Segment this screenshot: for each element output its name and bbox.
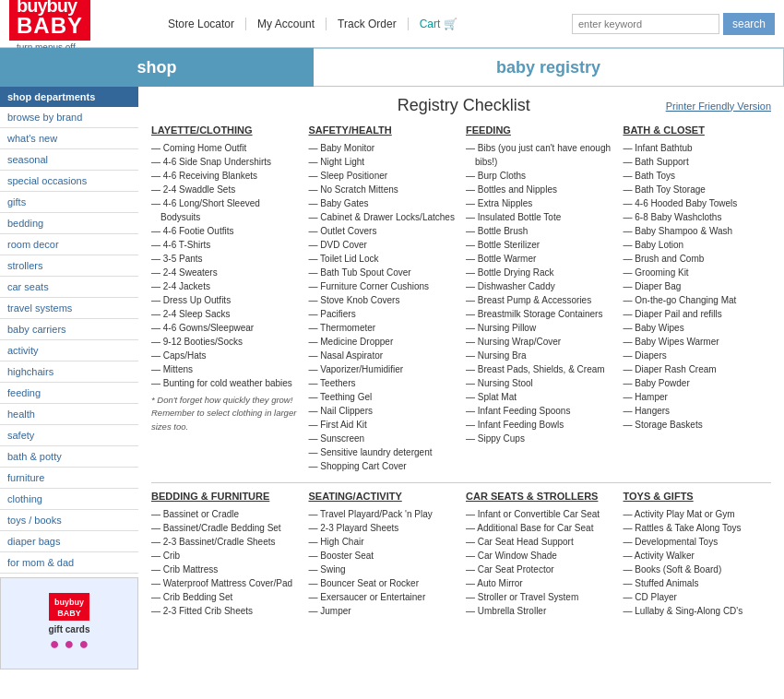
list-item: Breast Pads, Shields, & Cream xyxy=(466,362,614,376)
list-item: 2-3 Bassinet/Cradle Sheets xyxy=(151,535,300,549)
list-item: Baby Monitor xyxy=(309,141,457,155)
list-item: Crib Mattress xyxy=(151,563,300,576)
sidebar-item-diaper-bags[interactable]: diaper bags xyxy=(0,531,138,552)
search-button[interactable]: search xyxy=(723,13,775,35)
list-item: 2-4 Sweaters xyxy=(151,266,300,279)
list-item: Rattles & Take Along Toys xyxy=(624,521,772,535)
list-item: Outlet Covers xyxy=(309,224,457,238)
list-item: Baby Wipes Warmer xyxy=(624,335,772,349)
nav-cart[interactable]: Cart 🛒 xyxy=(409,18,469,30)
sidebar-item-bath-potty[interactable]: bath & potty xyxy=(0,446,138,468)
sidebar-item-health[interactable]: health xyxy=(0,404,138,425)
list-item: Bath Toys xyxy=(624,169,772,183)
sidebar-item-furniture[interactable]: furniture xyxy=(0,468,138,489)
list-item: Night Light xyxy=(309,155,457,169)
list-item: Sunscreen xyxy=(309,432,457,445)
list-item: Baby Gates xyxy=(309,196,457,210)
list-item: 4-6 T-Shirts xyxy=(151,238,300,252)
bath-items: Infant Bathtub Bath Support Bath Toys Ba… xyxy=(624,141,772,432)
sidebar-item-activity[interactable]: activity xyxy=(0,340,138,361)
nav-my-account[interactable]: My Account xyxy=(246,18,327,30)
list-item: CD Player xyxy=(624,590,772,604)
sidebar-item-car-seats[interactable]: car seats xyxy=(0,277,138,298)
sidebar-item-highchairs[interactable]: highchairs xyxy=(0,361,138,383)
gift-card-logo-text: buybuyBABY xyxy=(54,598,84,618)
bedding-items: Bassinet or Cradle Bassinet/Cradle Beddi… xyxy=(151,507,300,618)
nav-track-order[interactable]: Track Order xyxy=(327,18,409,30)
nav-store-locator[interactable]: Store Locator xyxy=(157,18,246,30)
list-item: Insulated Bottle Tote xyxy=(466,210,614,224)
list-item: Cabinet & Drawer Locks/Latches xyxy=(309,210,457,224)
col-header-feeding: FEEDING xyxy=(466,124,614,136)
sidebar-item-special-occasions[interactable]: special occasions xyxy=(0,171,138,192)
sidebar-item-clothing[interactable]: clothing xyxy=(0,489,138,510)
list-item: 4-6 Footie Outfits xyxy=(151,224,300,238)
col-seating: SEATING/ACTIVITY Travel Playard/Pack 'n … xyxy=(309,491,457,618)
sidebar-item-strollers[interactable]: strollers xyxy=(0,255,138,277)
list-item: Sleep Positioner xyxy=(309,169,457,183)
sidebar-item-browse-by-brand[interactable]: browse by brand xyxy=(0,107,138,128)
sidebar-item-gifts[interactable]: gifts xyxy=(0,192,138,213)
sidebar-header: shop departments xyxy=(0,87,138,107)
col-header-safety: SAFETY/HEALTH xyxy=(309,124,457,136)
sidebar-item-safety[interactable]: safety xyxy=(0,425,138,446)
list-item: Stove Knob Covers xyxy=(309,293,457,307)
sidebar: shop departments browse by brand what's … xyxy=(0,87,138,669)
printer-friendly-link[interactable]: Printer Friendly Version xyxy=(666,101,771,112)
sidebar-item-travel-systems[interactable]: travel systems xyxy=(0,298,138,319)
list-item: Developmental Toys xyxy=(624,535,772,549)
list-item: Diaper Bag xyxy=(624,279,772,293)
cart-icon: 🛒 xyxy=(444,18,457,30)
list-item: First Aid Kit xyxy=(309,418,457,432)
list-item: Bath Tub Spout Cover xyxy=(309,266,457,279)
gift-card-inner: buybuyBABY gift cards ● ● ● xyxy=(48,593,89,654)
list-item: Swing xyxy=(309,563,457,576)
sidebar-item-room-decor[interactable]: room decor xyxy=(0,234,138,255)
list-item: High Chair xyxy=(309,535,457,549)
seating-items: Travel Playard/Pack 'n Play 2-3 Playard … xyxy=(309,507,457,618)
layette-items: Coming Home Outfit 4-6 Side Snap Undersh… xyxy=(151,141,300,433)
list-item: Bouncer Seat or Rocker xyxy=(309,576,457,590)
site-header: buybuyBABY turn menus off Store Locator … xyxy=(0,0,784,48)
list-item: Baby Powder xyxy=(624,376,772,390)
list-item: Dress Up Outfits xyxy=(151,293,300,307)
list-item: Coming Home Outfit xyxy=(151,141,300,155)
list-item: Infant Feeding Spoons xyxy=(466,404,614,418)
list-item: Baby Shampoo & Wash xyxy=(624,224,772,238)
list-item: Bottles and Nipples xyxy=(466,183,614,196)
sidebar-item-toys-books[interactable]: toys / books xyxy=(0,510,138,531)
list-item: Diaper Pail and refills xyxy=(624,307,772,321)
list-item: Hamper xyxy=(624,390,772,404)
sidebar-item-bedding[interactable]: bedding xyxy=(0,213,138,234)
list-item: Activity Walker xyxy=(624,549,772,563)
list-item: Vaporizer/Humidifier xyxy=(309,362,457,376)
list-item: Travel Playard/Pack 'n Play xyxy=(309,507,457,521)
sidebar-item-whats-new[interactable]: what's new xyxy=(0,128,138,149)
list-item: Breastmilk Storage Containers xyxy=(466,307,614,321)
gift-card-banner[interactable]: buybuyBABY gift cards ● ● ● xyxy=(0,577,138,669)
tab-registry[interactable]: baby registry xyxy=(314,48,784,87)
search-input[interactable] xyxy=(572,14,719,34)
tab-bar: shop baby registry xyxy=(0,48,784,87)
list-item: 2-4 Swaddle Sets xyxy=(151,183,300,196)
sidebar-item-baby-carriers[interactable]: baby carriers xyxy=(0,319,138,340)
list-item: Bunting for cold weather babies xyxy=(151,376,300,390)
list-item: Mittens xyxy=(151,362,300,376)
list-item: Bottle Warmer xyxy=(466,252,614,266)
list-item: Books (Soft & Board) xyxy=(624,563,772,576)
sidebar-item-for-mom-and-dad[interactable]: for mom & dad xyxy=(0,552,138,574)
list-item: 4-6 Long/Short Sleeved Bodysuits xyxy=(151,196,300,224)
col-header-toys: TOYS & GIFTS xyxy=(624,491,772,502)
list-item: Breast Pump & Accessories xyxy=(466,293,614,307)
list-item: Thermometer xyxy=(309,321,457,335)
list-item: Bibs (you just can't have enough bibs!) xyxy=(466,141,614,169)
nav-links: Store Locator My Account Track Order Car… xyxy=(148,18,572,30)
list-item: Diapers xyxy=(624,349,772,362)
col-header-carseats: CAR SEATS & STROLLERS xyxy=(466,491,614,502)
sidebar-item-seasonal[interactable]: seasonal xyxy=(0,149,138,171)
tab-shop[interactable]: shop xyxy=(0,48,314,87)
page-title: Registry Checklist xyxy=(262,96,666,115)
sidebar-item-feeding[interactable]: feeding xyxy=(0,383,138,404)
section-divider xyxy=(151,482,771,483)
list-item: Auto Mirror xyxy=(466,576,614,590)
